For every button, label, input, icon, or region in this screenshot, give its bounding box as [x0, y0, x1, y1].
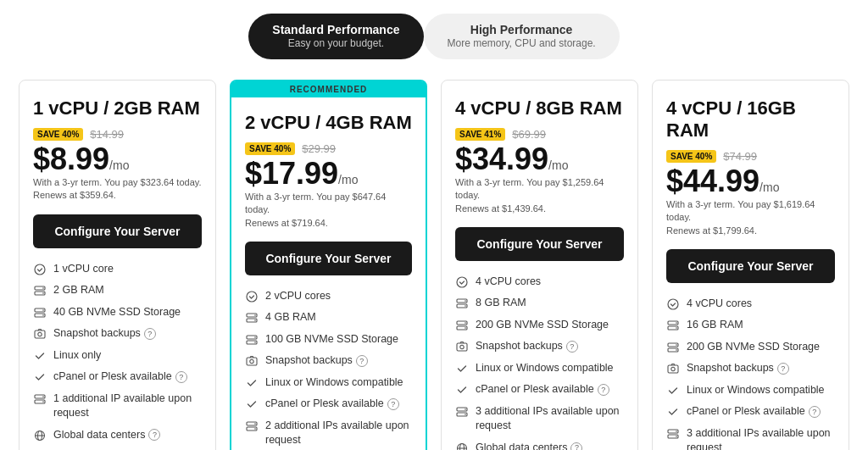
configure-btn-4[interactable]: Configure Your Server — [666, 249, 835, 283]
help-icon-2-3[interactable]: ? — [356, 355, 368, 367]
feat-icon-3-6 — [455, 405, 469, 419]
pricing-row-1: SAVE 40% $14.99 — [33, 128, 202, 141]
feat-icon-2-0 — [245, 290, 259, 303]
configure-btn-3[interactable]: Configure Your Server — [455, 227, 624, 261]
feat-icon-2-3 — [245, 354, 259, 368]
feature-item-3-4: Linux or Windows compatible — [455, 361, 624, 376]
feature-item-3-5: cPanel or Plesk available? — [455, 382, 624, 397]
standard-performance-tab[interactable]: Standard Performance Easy on your budget… — [248, 14, 423, 59]
feat-icon-3-7 — [455, 442, 469, 450]
feat-text-2-4: Linux or Windows compatible — [265, 375, 412, 391]
pricing-card-4: 4 vCPU / 16GB RAM SAVE 40% $74.99 $44.99… — [652, 80, 849, 450]
feature-item-1-4: Linux only — [33, 348, 202, 364]
standard-tab-sublabel: Easy on your budget. — [272, 37, 399, 51]
feat-text-4-6: 3 additional IPs available upon request — [687, 426, 835, 450]
save-badge-1: SAVE 40% — [33, 128, 83, 141]
feat-icon-2-1 — [245, 311, 259, 325]
feat-text-2-3: Snapshot backups? — [265, 353, 412, 369]
feat-icon-2-2 — [245, 333, 259, 347]
feat-text-4-0: 4 vCPU cores — [687, 297, 835, 312]
price-note-2: With a 3-yr term. You pay $647.64 today.… — [245, 191, 412, 230]
save-badge-4: SAVE 40% — [666, 150, 716, 163]
high-tab-sublabel: More memory, CPU and storage. — [448, 37, 596, 51]
feature-item-4-6: 3 additional IPs available upon request — [666, 426, 835, 450]
feat-text-3-0: 4 vCPU cores — [476, 275, 624, 290]
svg-point-8 — [42, 314, 44, 316]
feature-item-1-0: 1 vCPU core — [33, 262, 202, 277]
feat-text-1-4: Linux only — [53, 348, 202, 364]
feature-item-4-1: 16 GB RAM — [666, 318, 835, 333]
svg-point-31 — [254, 423, 256, 425]
help-icon-2-5[interactable]: ? — [387, 398, 399, 410]
feat-icon-1-7 — [33, 429, 47, 442]
high-performance-tab[interactable]: High Performance More memory, CPU and st… — [424, 14, 620, 59]
feature-item-1-5: cPanel or Plesk available? — [33, 369, 202, 385]
price-period-1: /mo — [109, 158, 129, 172]
svg-point-40 — [465, 306, 466, 308]
svg-point-68 — [676, 436, 677, 437]
feat-icon-2-5 — [245, 397, 259, 411]
feat-text-3-2: 200 GB NVMe SSD Storage — [476, 318, 624, 333]
svg-point-18 — [247, 292, 257, 302]
help-icon-3-7[interactable]: ? — [570, 442, 582, 450]
configure-btn-1[interactable]: Configure Your Server — [33, 214, 202, 248]
feat-icon-3-4 — [455, 362, 469, 375]
feat-icon-1-4 — [33, 349, 47, 363]
svg-point-26 — [254, 342, 256, 343]
price-main-3: $34.99/mo — [455, 144, 624, 175]
svg-rect-63 — [668, 365, 678, 373]
feat-icon-3-1 — [455, 297, 469, 310]
price-main-4: $44.99/mo — [666, 166, 835, 197]
original-price-3: $69.99 — [512, 128, 546, 141]
feat-icon-2-4 — [245, 376, 259, 390]
feat-icon-4-2 — [666, 341, 680, 354]
price-main-1: $8.99/mo — [33, 144, 202, 175]
svg-point-51 — [458, 443, 467, 450]
features-list-2: 2 vCPU cores 4 GB RAM 100 GB NVMe SSD St… — [245, 289, 412, 450]
price-period-2: /mo — [338, 173, 358, 186]
feat-icon-1-5 — [33, 370, 47, 384]
save-badge-2: SAVE 40% — [245, 142, 295, 155]
feature-item-2-0: 2 vCPU cores — [245, 289, 412, 304]
recommended-badge: RECOMMENDED — [231, 81, 426, 97]
svg-point-14 — [42, 401, 44, 403]
help-icon-1-5[interactable]: ? — [175, 371, 187, 383]
feat-text-2-1: 4 GB RAM — [265, 310, 412, 325]
feature-item-3-0: 4 vCPU cores — [455, 275, 624, 290]
svg-point-13 — [42, 396, 44, 397]
feature-item-1-1: 2 GB RAM — [33, 283, 202, 298]
feature-item-2-2: 100 GB NVMe SSD Storage — [245, 332, 412, 347]
svg-point-43 — [465, 322, 466, 324]
feat-text-1-2: 40 GB NVMe SSD Storage — [53, 305, 202, 320]
feature-item-2-1: 4 GB RAM — [245, 310, 412, 325]
feat-text-2-0: 2 vCPU cores — [265, 289, 412, 304]
help-icon-3-5[interactable]: ? — [598, 384, 609, 396]
price-main-2: $17.99/mo — [245, 158, 412, 189]
help-icon-4-5[interactable]: ? — [809, 406, 821, 418]
svg-point-28 — [250, 360, 253, 364]
feat-icon-1-3 — [33, 327, 47, 341]
svg-point-10 — [38, 332, 42, 336]
svg-point-44 — [465, 327, 466, 329]
feature-item-3-3: Snapshot backups? — [455, 339, 624, 354]
pricing-cards-grid: 1 vCPU / 2GB RAM SAVE 40% $14.99 $8.99/m… — [19, 80, 849, 450]
feature-item-2-6: 2 additional IPs available upon request — [245, 419, 412, 448]
help-icon-1-3[interactable]: ? — [144, 328, 156, 340]
feat-icon-1-2 — [33, 306, 47, 319]
svg-point-67 — [676, 431, 677, 432]
feat-text-4-5: cPanel or Plesk available? — [687, 404, 835, 419]
configure-btn-2[interactable]: Configure Your Server — [245, 242, 412, 275]
card-title-3: 4 vCPU / 8GB RAM — [455, 97, 624, 119]
feature-item-1-3: Snapshot backups? — [33, 326, 202, 342]
feat-icon-1-1 — [33, 284, 47, 297]
pricing-card-1: 1 vCPU / 2GB RAM SAVE 40% $14.99 $8.99/m… — [19, 80, 216, 450]
help-icon-3-3[interactable]: ? — [566, 341, 578, 353]
help-icon-1-7[interactable]: ? — [148, 429, 160, 441]
svg-rect-9 — [35, 331, 45, 338]
svg-point-36 — [457, 277, 467, 287]
help-icon-4-3[interactable]: ? — [777, 363, 789, 375]
svg-point-61 — [676, 344, 677, 346]
feat-text-3-1: 8 GB RAM — [476, 296, 624, 311]
pricing-row-4: SAVE 40% $74.99 — [666, 150, 835, 163]
feat-icon-4-3 — [666, 362, 680, 375]
